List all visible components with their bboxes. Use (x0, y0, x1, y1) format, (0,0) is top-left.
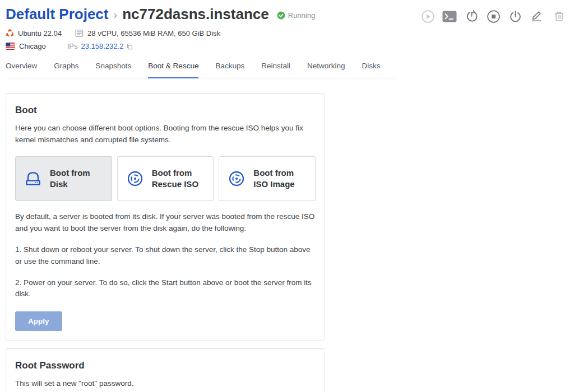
instance-page: Default Project › nc772dasns.instance Ru… (0, 0, 574, 392)
tab-boot-rescue[interactable]: Boot & Rescue (148, 58, 198, 78)
boot-instructions-step1: 1. Shut down or reboot your server. To s… (15, 244, 316, 268)
location-info: Chicago (6, 42, 46, 50)
boot-from-rescue-iso-tile[interactable]: Boot from Rescue ISO (117, 156, 214, 201)
specs-label: 28 vCPU, 65536 MiB RAM, 650 GiB Disk (87, 29, 220, 38)
copy-icon[interactable] (126, 43, 133, 50)
ips-label: IPs (67, 42, 78, 50)
root-password-description: This will set a new "root" password. (15, 378, 316, 390)
ips-info: IPs 23.158.232.2 (67, 42, 133, 50)
action-toolbar (420, 6, 568, 24)
tab-reinstall[interactable]: Reinstall (261, 58, 290, 78)
disk-icon (23, 169, 43, 189)
apply-button[interactable]: Apply (15, 311, 62, 331)
root-password-title: Root Password (15, 360, 316, 371)
start-icon (421, 10, 435, 24)
us-flag-icon (6, 43, 15, 50)
restart-button[interactable] (464, 9, 479, 24)
boot-options: Boot from Disk Boot from Rescue ISO Bo (15, 156, 316, 201)
specs-info: 28 vCPU, 65536 MiB RAM, 650 GiB Disk (75, 29, 220, 38)
console-button[interactable] (442, 9, 457, 24)
tab-backups[interactable]: Backups (215, 58, 244, 78)
tab-overview[interactable]: Overview (6, 58, 37, 78)
tab-disks[interactable]: Disks (362, 58, 381, 78)
specs-icon (75, 29, 84, 38)
instance-name: nc772dasns.instance (122, 6, 269, 23)
status-label: Running (288, 11, 315, 20)
restart-icon (465, 10, 479, 24)
boot-from-rescue-iso-label: Boot from Rescue ISO (152, 167, 198, 190)
tab-graphs[interactable]: Graphs (54, 58, 78, 78)
ip-link[interactable]: 23.158.232.2 (81, 42, 124, 50)
os-info: Ubuntu 22.04 (6, 29, 62, 38)
tab-snapshots[interactable]: Snapshots (96, 58, 132, 78)
delete-icon (553, 10, 566, 23)
boot-from-iso-image-tile[interactable]: Boot from ISO Image (219, 156, 316, 201)
status-badge: Running (277, 9, 315, 20)
tab-bar: Overview Graphs Snapshots Boot & Rescue … (6, 58, 395, 78)
tab-networking[interactable]: Networking (307, 58, 345, 78)
breadcrumb: Default Project › nc772dasns.instance Ru… (6, 6, 315, 23)
boot-card-title: Boot (15, 105, 316, 116)
boot-instructions-intro: By default, a server is booted from its … (15, 211, 316, 235)
edit-button[interactable] (530, 9, 544, 24)
cd-icon (125, 169, 145, 189)
delete-button[interactable] (552, 9, 566, 24)
breadcrumb-project-link[interactable]: Default Project (6, 6, 109, 23)
shutdown-button[interactable] (508, 9, 522, 24)
breadcrumb-separator: › (114, 7, 118, 21)
instance-meta: Ubuntu 22.04 28 vCPU, 65536 MiB RAM, 650… (6, 29, 568, 50)
shutdown-icon (508, 10, 522, 24)
cd-icon (226, 169, 247, 189)
boot-instructions-step2: 2. Power on your server. To do so, click… (15, 277, 316, 301)
location-label: Chicago (19, 42, 46, 50)
ubuntu-icon (6, 29, 14, 38)
start-button[interactable] (420, 9, 435, 24)
boot-from-iso-image-label: Boot from ISO Image (253, 167, 294, 190)
stop-icon (487, 10, 501, 24)
boot-from-disk-label: Boot from Disk (50, 167, 90, 190)
stop-button[interactable] (486, 9, 501, 24)
os-label: Ubuntu 22.04 (18, 29, 62, 38)
header: Default Project › nc772dasns.instance Ru… (6, 6, 568, 24)
edit-icon (530, 10, 544, 23)
meta-row-location-ips: Chicago IPs 23.158.232.2 (6, 42, 568, 50)
root-password-card: Root Password This will set a new "root"… (6, 348, 325, 392)
boot-from-disk-tile[interactable]: Boot from Disk (15, 156, 112, 201)
console-icon (442, 11, 457, 22)
boot-card-description: Here you can choose different boot optio… (15, 123, 316, 146)
check-circle-icon (277, 11, 285, 20)
boot-card: Boot Here you can choose different boot … (6, 93, 325, 340)
meta-row-os-specs: Ubuntu 22.04 28 vCPU, 65536 MiB RAM, 650… (6, 29, 568, 38)
